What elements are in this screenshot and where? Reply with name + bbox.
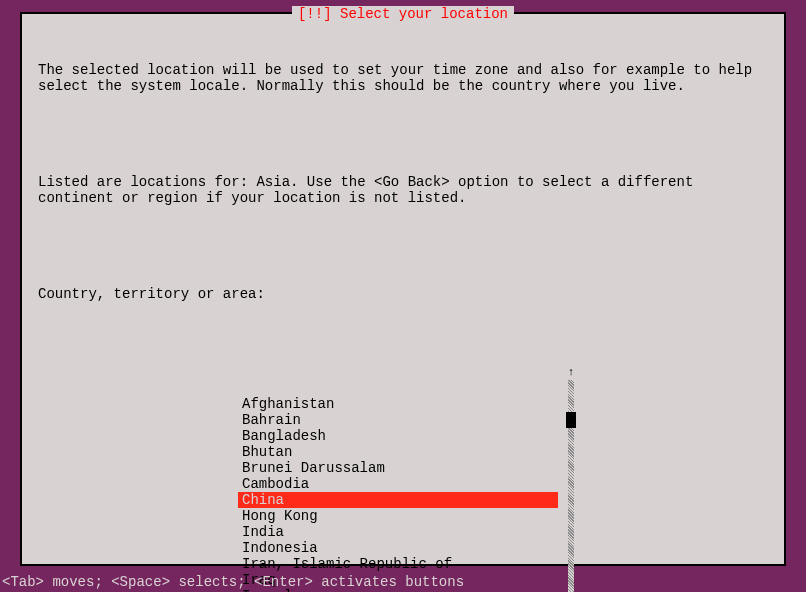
prompt-label: Country, territory or area: <box>38 286 768 302</box>
scrollbar[interactable]: ↑ ↓ <box>566 364 576 592</box>
list-item[interactable]: Hong Kong <box>238 508 558 524</box>
location-list[interactable]: AfghanistanBahrainBangladeshBhutanBrunei… <box>238 364 558 592</box>
list-item[interactable]: India <box>238 524 558 540</box>
dialog-title-bar: [!!] Select your location <box>22 6 784 22</box>
list-item[interactable]: Afghanistan <box>238 396 558 412</box>
list-item[interactable]: Bangladesh <box>238 428 558 444</box>
list-item[interactable]: Cambodia <box>238 476 558 492</box>
scroll-up-icon[interactable]: ↑ <box>566 364 576 380</box>
scroll-thumb[interactable] <box>566 412 576 428</box>
status-bar: <Tab> moves; <Space> selects; <Enter> ac… <box>2 574 464 590</box>
dialog-content: The selected location will be used to se… <box>22 14 784 592</box>
list-item[interactable]: Indonesia <box>238 540 558 556</box>
location-dialog: [!!] Select your location The selected l… <box>20 12 786 566</box>
list-item[interactable]: Bhutan <box>238 444 558 460</box>
list-item[interactable]: Iran, Islamic Republic of <box>238 556 558 572</box>
dialog-title: [!!] Select your location <box>292 6 514 22</box>
description-line-2: Listed are locations for: Asia. Use the … <box>38 174 768 206</box>
list-item[interactable]: Brunei Darussalam <box>238 460 558 476</box>
list-item[interactable]: Bahrain <box>238 412 558 428</box>
list-item[interactable]: China <box>238 492 558 508</box>
description-line-1: The selected location will be used to se… <box>38 62 768 94</box>
